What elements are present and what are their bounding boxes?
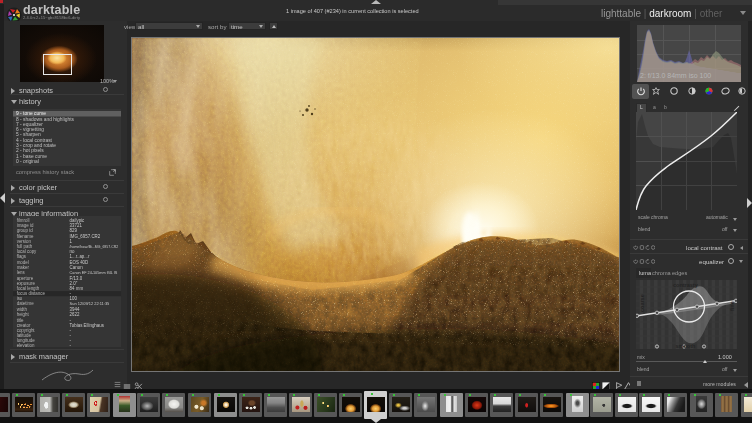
- svg-text:2: f/13.0 84mm iso 100: 2: f/13.0 84mm iso 100: [640, 72, 711, 79]
- svg-text:fine: fine: [729, 301, 735, 311]
- svg-text:coarse: coarse: [639, 294, 645, 312]
- svg-text:smooth: smooth: [676, 343, 697, 349]
- svg-text:contrasty: contrasty: [673, 282, 699, 288]
